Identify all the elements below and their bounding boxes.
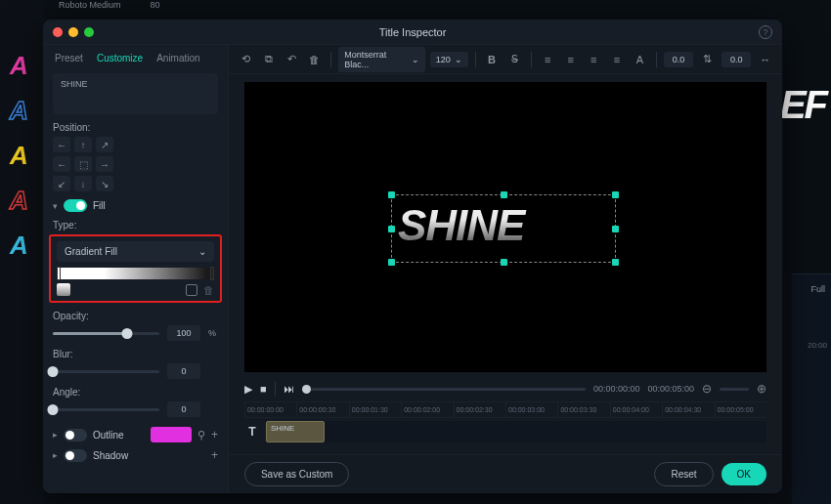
pos-dl[interactable]: ↙	[53, 176, 70, 191]
tab-animation[interactable]: Animation	[156, 53, 199, 63]
chevron-down-icon: ⌄	[198, 246, 206, 257]
pos-right[interactable]: →	[96, 156, 113, 172]
fill-type-select[interactable]: Gradient Fill ⌄	[57, 241, 214, 262]
spacing-1-input[interactable]: 0.0	[664, 52, 694, 67]
trash-icon[interactable]: 🗑	[203, 284, 214, 296]
zoom-icon[interactable]	[84, 27, 94, 37]
bold-icon[interactable]: B	[483, 50, 502, 69]
pos-upr[interactable]: ↗	[96, 137, 113, 152]
tab-customize[interactable]: Customize	[97, 53, 143, 63]
resize-handle[interactable]	[612, 259, 619, 266]
transform-tool-icon[interactable]: ⟲	[237, 50, 255, 69]
tab-preset[interactable]: Preset	[55, 53, 83, 63]
zoom-slider[interactable]	[720, 388, 749, 391]
align-center-icon[interactable]: ≡	[561, 50, 580, 69]
add-icon[interactable]: +	[211, 448, 218, 462]
pos-up[interactable]: ↑	[74, 137, 92, 152]
window-controls[interactable]	[53, 27, 94, 37]
reset-button[interactable]: Reset	[654, 462, 713, 486]
opacity-slider[interactable]	[53, 332, 159, 335]
minimize-icon[interactable]	[68, 27, 78, 37]
blur-value[interactable]: 0	[167, 363, 200, 379]
chevron-right-icon[interactable]: ▸	[53, 450, 58, 460]
pos-down[interactable]: ↓	[74, 176, 92, 191]
ruler-tick: 00:00:00:30	[296, 402, 348, 417]
font-family-select[interactable]: Montserrat Blac... ⌄	[338, 47, 425, 72]
slider-thumb[interactable]	[122, 328, 133, 339]
resize-handle[interactable]	[501, 259, 507, 266]
bg-right-panel: Full 20:00	[792, 273, 831, 504]
play-icon[interactable]: ▶	[244, 383, 252, 396]
resize-handle[interactable]	[501, 191, 507, 198]
resize-handle[interactable]	[612, 226, 619, 232]
trash-icon[interactable]: 🗑	[306, 50, 325, 69]
titlebar: Title Inspector ?	[43, 20, 782, 45]
save-preset-icon[interactable]	[186, 284, 197, 296]
bg-sample-letter: A	[10, 186, 28, 216]
canvas-text[interactable]: SHINE	[392, 195, 615, 256]
font-size-select[interactable]: 120 ⌄	[430, 52, 468, 67]
undo-icon[interactable]: ↶	[283, 50, 301, 69]
pos-dr[interactable]: ↘	[96, 176, 113, 191]
close-icon[interactable]	[53, 27, 63, 37]
slider-thumb[interactable]	[48, 366, 59, 377]
pos-l2[interactable]: ←	[53, 156, 70, 172]
angle-slider[interactable]	[53, 408, 159, 411]
resize-handle[interactable]	[388, 226, 395, 232]
slider-thumb[interactable]	[48, 404, 59, 415]
align-left-icon[interactable]: ≡	[539, 50, 557, 69]
scrubber-thumb[interactable]	[302, 385, 311, 394]
ok-button[interactable]: OK	[722, 463, 766, 485]
stop-icon[interactable]: ■	[260, 383, 267, 395]
title-clip[interactable]: SHINE	[266, 421, 325, 442]
chevron-down-icon[interactable]: ▾	[53, 201, 58, 211]
text-preview[interactable]: SHINE	[53, 73, 218, 114]
pos-left[interactable]: ←	[53, 137, 70, 152]
strikethrough-icon[interactable]: S̶	[505, 50, 524, 69]
eyedropper-icon[interactable]: ⚲	[197, 429, 205, 441]
spacing-2-input[interactable]: 0.0	[722, 52, 752, 67]
track-area[interactable]: SHINE	[266, 421, 766, 442]
angle-value[interactable]: 0	[167, 401, 200, 417]
chevron-right-icon[interactable]: ▸	[53, 430, 58, 440]
gradient-stop-end[interactable]	[210, 267, 214, 280]
gradient-editor[interactable]	[57, 268, 214, 279]
gradient-swatch[interactable]	[57, 283, 70, 296]
help-icon[interactable]: ?	[759, 25, 772, 39]
text-selection-box[interactable]: SHINE	[391, 194, 616, 263]
align-justify-icon[interactable]: ≡	[608, 50, 627, 69]
blur-slider[interactable]	[53, 370, 159, 373]
opacity-value[interactable]: 100	[167, 325, 200, 341]
panel-tabs: Preset Customize Animation	[43, 45, 228, 69]
line-height-icon[interactable]: ⇅	[698, 50, 717, 69]
preview-canvas[interactable]: SHINE	[244, 82, 766, 372]
gradient-stop-start[interactable]	[57, 267, 61, 280]
shadow-toggle[interactable]	[64, 449, 87, 462]
outline-toggle[interactable]	[64, 429, 87, 441]
resize-handle[interactable]	[612, 191, 619, 198]
align-right-icon[interactable]: ≡	[585, 50, 603, 69]
text-transform-icon[interactable]: A	[631, 50, 649, 69]
scrubber[interactable]	[302, 388, 586, 391]
fill-toggle[interactable]	[64, 199, 87, 212]
timeline-ruler[interactable]: 00:00:00:00 00:00:00:30 00:00:01:30 00:0…	[244, 402, 766, 418]
pos-center[interactable]: ⬚	[74, 156, 92, 172]
skip-icon[interactable]: ⏭	[284, 383, 294, 395]
zoom-in-icon[interactable]: ⊕	[757, 382, 766, 396]
timecode-left: 00:00:00:00	[593, 384, 640, 394]
position-label: Position:	[53, 122, 218, 133]
zoom-out-icon[interactable]: ⊖	[702, 382, 712, 396]
outline-color-swatch[interactable]	[151, 427, 192, 442]
blur-label: Blur:	[53, 349, 218, 359]
bg-size-label: 80	[151, 0, 160, 14]
format-toolbar: ⟲ ⧉ ↶ 🗑 Montserrat Blac... ⌄ 120 ⌄ B S̶ …	[229, 45, 782, 74]
save-custom-button[interactable]: Save as Custom	[244, 462, 349, 486]
letter-spacing-icon[interactable]: ↔	[756, 50, 774, 69]
group-icon[interactable]: ⧉	[260, 50, 279, 69]
add-icon[interactable]: +	[211, 428, 218, 441]
resize-handle[interactable]	[388, 191, 395, 198]
ruler-tick: 00:00:02:30	[454, 402, 505, 417]
resize-handle[interactable]	[388, 259, 395, 266]
ruler-tick: 00:00:04:00	[610, 402, 662, 417]
bg-full-label: Full	[792, 274, 831, 304]
